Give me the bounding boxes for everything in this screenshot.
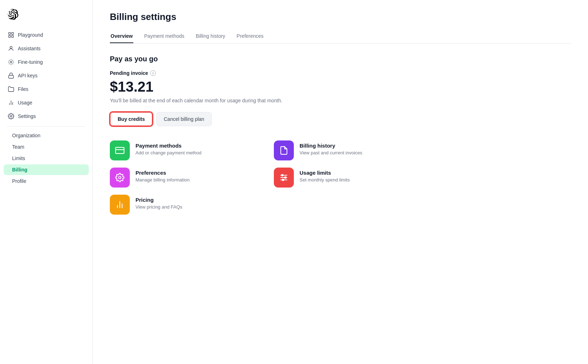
tab-preferences[interactable]: Preferences xyxy=(236,30,264,43)
pending-invoice-label: Pending invoice i xyxy=(110,70,571,76)
sidebar-sub-item-label: Limits xyxy=(12,155,25,161)
tab-billing-history[interactable]: Billing history xyxy=(195,30,226,43)
svg-rect-6 xyxy=(9,75,14,78)
card-icon-billing-history xyxy=(274,140,294,160)
svg-rect-3 xyxy=(12,36,14,37)
card-title-payment: Payment methods xyxy=(136,143,201,149)
svg-point-4 xyxy=(10,46,12,48)
info-icon[interactable]: i xyxy=(150,70,156,76)
sidebar-nav: Playground Assistants Fine-tuning API ke… xyxy=(0,29,92,186)
card-desc-usage-limits: Set monthly spend limits xyxy=(300,177,350,183)
section-title: Pay as you go xyxy=(110,55,571,63)
sidebar-item-files[interactable]: Files xyxy=(4,83,89,96)
card-title-pricing: Pricing xyxy=(136,197,182,203)
sidebar-divider xyxy=(7,126,85,127)
card-title-usage-limits: Usage limits xyxy=(300,170,350,176)
svg-point-17 xyxy=(282,174,283,176)
sidebar-item-label: Settings xyxy=(18,113,36,119)
svg-point-5 xyxy=(10,61,12,63)
card-preferences[interactable]: Preferences Manage billing information xyxy=(110,168,267,188)
card-icon-pricing xyxy=(110,195,130,215)
sidebar-sub-item-team[interactable]: Team xyxy=(4,142,89,152)
card-icon-payment xyxy=(110,140,130,160)
sidebar-item-label: API keys xyxy=(18,73,37,78)
sidebar-sub-item-billing[interactable]: Billing xyxy=(4,164,89,175)
svg-rect-0 xyxy=(9,32,10,34)
sidebar-item-settings[interactable]: Settings xyxy=(4,110,89,123)
card-icon-usage-limits xyxy=(274,168,294,188)
page-title: Billing settings xyxy=(110,11,571,22)
sidebar-item-assistants[interactable]: Assistants xyxy=(4,42,89,55)
card-title-preferences: Preferences xyxy=(136,170,190,176)
card-desc-billing-history: View past and current invoices xyxy=(300,150,362,155)
card-desc-preferences: Manage billing information xyxy=(136,177,190,183)
settings-icon xyxy=(8,113,14,119)
svg-rect-2 xyxy=(12,32,14,34)
card-usage-limits[interactable]: Usage limits Set monthly spend limits xyxy=(274,168,431,188)
tabs: Overview Payment methods Billing history… xyxy=(110,30,571,43)
card-payment-methods[interactable]: Payment methods Add or change payment me… xyxy=(110,140,267,160)
cancel-billing-button[interactable]: Cancel billing plan xyxy=(156,112,212,126)
fine-tuning-icon xyxy=(8,59,14,65)
sidebar-item-label: Files xyxy=(18,86,29,92)
card-desc-pricing: View pricing and FAQs xyxy=(136,204,182,210)
playground-icon xyxy=(8,32,14,38)
card-pricing[interactable]: Pricing View pricing and FAQs xyxy=(110,195,267,215)
sidebar-sub-item-label: Team xyxy=(12,144,24,150)
svg-point-10 xyxy=(10,116,12,117)
svg-point-13 xyxy=(119,176,121,179)
usage-icon xyxy=(8,99,14,106)
svg-point-19 xyxy=(282,179,284,180)
sidebar: Playground Assistants Fine-tuning API ke… xyxy=(0,0,93,364)
sidebar-item-usage[interactable]: Usage xyxy=(4,96,89,109)
main-content: Billing settings Overview Payment method… xyxy=(93,0,588,364)
svg-rect-11 xyxy=(116,147,124,153)
sidebar-sub-item-label: Billing xyxy=(12,167,27,173)
invoice-amount: $13.21 xyxy=(110,79,571,95)
tab-payment-methods[interactable]: Payment methods xyxy=(143,30,185,43)
card-icon-preferences xyxy=(110,168,130,188)
sidebar-sub-item-label: Profile xyxy=(12,178,26,184)
card-title-billing-history: Billing history xyxy=(300,143,362,149)
sidebar-sub-item-label: Organization xyxy=(12,133,40,138)
sidebar-item-label: Assistants xyxy=(18,46,41,51)
sidebar-item-label: Fine-tuning xyxy=(18,59,43,65)
sidebar-sub-item-profile[interactable]: Profile xyxy=(4,176,89,186)
sidebar-item-fine-tuning[interactable]: Fine-tuning xyxy=(4,56,89,68)
invoice-desc: You'll be billed at the end of each cale… xyxy=(110,98,571,103)
card-desc-payment: Add or change payment method xyxy=(136,150,201,155)
assistants-icon xyxy=(8,45,14,52)
sidebar-sub-item-limits[interactable]: Limits xyxy=(4,153,89,164)
buy-credits-button[interactable]: Buy credits xyxy=(110,112,153,126)
tab-overview[interactable]: Overview xyxy=(110,30,133,43)
sidebar-sub-item-organization[interactable]: Organization xyxy=(4,130,89,141)
button-row: Buy credits Cancel billing plan xyxy=(110,112,571,126)
sidebar-item-label: Usage xyxy=(18,100,32,106)
logo[interactable] xyxy=(0,6,92,29)
card-billing-history[interactable]: Billing history View past and current in… xyxy=(274,140,431,160)
sidebar-item-api-keys[interactable]: API keys xyxy=(4,69,89,82)
files-icon xyxy=(8,86,14,92)
sidebar-item-playground[interactable]: Playground xyxy=(4,29,89,41)
api-keys-icon xyxy=(8,72,14,79)
svg-point-18 xyxy=(285,177,286,178)
sidebar-item-label: Playground xyxy=(18,32,43,38)
svg-rect-1 xyxy=(9,36,10,37)
cards-grid: Payment methods Add or change payment me… xyxy=(110,140,431,215)
